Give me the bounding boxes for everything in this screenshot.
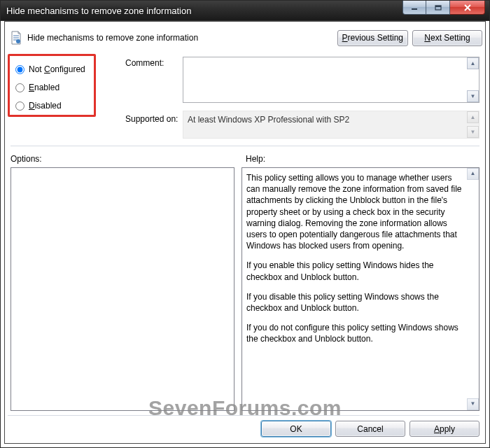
- next-setting-button[interactable]: Next Setting: [412, 30, 482, 46]
- svg-point-3: [16, 39, 20, 43]
- header-row: Hide mechanisms to remove zone informati…: [8, 24, 482, 51]
- radio-disabled-label[interactable]: Disabled: [29, 101, 62, 111]
- scroll-down-icon[interactable]: ▼: [467, 90, 479, 102]
- radio-enabled-label[interactable]: Enabled: [29, 83, 59, 92]
- radio-not-configured[interactable]: [15, 65, 24, 74]
- window-title: Hide mechanisms to remove zone informati…: [6, 6, 191, 16]
- dialog-buttons: OK Cancel Apply: [8, 415, 479, 438]
- help-paragraph: This policy setting allows you to manage…: [246, 172, 463, 251]
- comment-field[interactable]: ▲ ▼: [183, 57, 479, 103]
- apply-button[interactable]: Apply: [410, 421, 479, 437]
- maximize-button[interactable]: [426, 1, 450, 15]
- svg-rect-0: [412, 8, 417, 10]
- supported-on-text: At least Windows XP Professional with SP…: [188, 115, 349, 125]
- minimize-button[interactable]: [402, 1, 426, 15]
- previous-setting-button[interactable]: Previous Setting: [337, 30, 408, 46]
- divider: [10, 146, 479, 146]
- close-icon: [463, 4, 472, 11]
- scroll-down-icon[interactable]: ▼: [467, 398, 479, 410]
- supported-on-field: At least Windows XP Professional with SP…: [183, 111, 479, 139]
- minimize-icon: [411, 5, 418, 10]
- help-label: Help:: [246, 154, 265, 164]
- radio-not-configured-label[interactable]: Not Configured: [29, 64, 85, 74]
- supported-on-label: Supported on:: [125, 114, 178, 124]
- scroll-down-icon[interactable]: ▼: [467, 126, 479, 138]
- options-pane: [10, 167, 234, 411]
- help-pane[interactable]: This policy setting allows you to manage…: [241, 167, 479, 411]
- help-paragraph: If you disable this policy setting Windo…: [246, 291, 463, 314]
- ok-button[interactable]: OK: [261, 421, 331, 437]
- comment-label: Comment:: [125, 58, 164, 68]
- scroll-up-icon[interactable]: ▲: [467, 111, 479, 123]
- cancel-button[interactable]: Cancel: [335, 421, 405, 437]
- scroll-up-icon[interactable]: ▲: [467, 57, 479, 69]
- page-title: Hide mechanisms to remove zone informati…: [27, 33, 198, 43]
- radio-enabled[interactable]: [15, 83, 24, 92]
- help-paragraph: If you enable this policy setting Window…: [246, 260, 463, 282]
- client-area: Hide mechanisms to remove zone informati…: [4, 21, 486, 444]
- svg-rect-2: [435, 6, 441, 7]
- titlebar: Hide mechanisms to remove zone informati…: [0, 0, 490, 21]
- window-controls: [402, 1, 485, 15]
- state-radio-group: Not Configured Enabled Disabled: [8, 54, 96, 117]
- maximize-icon: [435, 5, 442, 10]
- options-label: Options:: [10, 154, 42, 164]
- help-paragraph: If you do not configure this policy sett…: [246, 322, 463, 344]
- scroll-up-icon[interactable]: ▲: [467, 168, 479, 180]
- close-button[interactable]: [450, 1, 485, 15]
- radio-disabled[interactable]: [15, 102, 24, 111]
- policy-icon: [9, 31, 23, 45]
